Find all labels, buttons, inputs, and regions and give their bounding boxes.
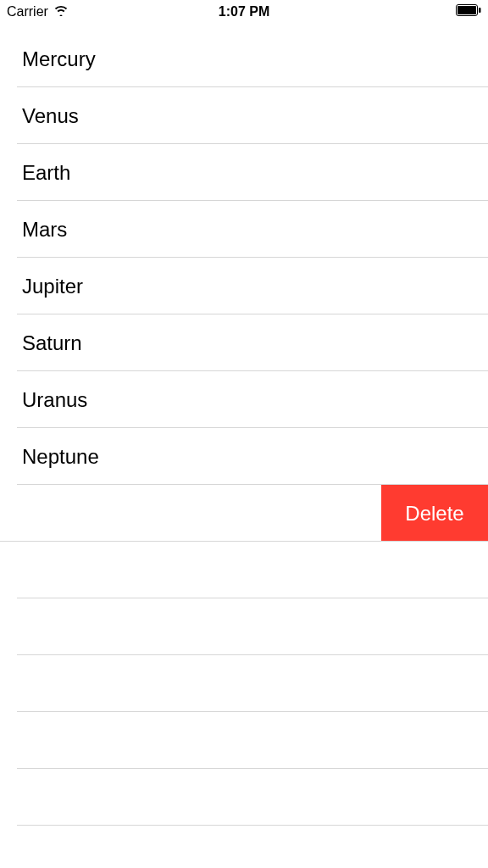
list-item-label: Earth bbox=[22, 161, 70, 185]
list-item-label: Jupiter bbox=[22, 275, 83, 298]
list-item[interactable]: Mars bbox=[0, 201, 488, 258]
list-item-empty[interactable] bbox=[0, 598, 488, 655]
list-item-empty[interactable] bbox=[0, 655, 488, 712]
list-item[interactable]: Mercury bbox=[0, 31, 488, 87]
status-left: Carrier bbox=[7, 4, 69, 19]
battery-icon bbox=[456, 4, 481, 19]
list-item-label: Mercury bbox=[22, 47, 96, 71]
table-view[interactable]: Mercury Venus Earth Mars Jupiter Saturn … bbox=[0, 31, 488, 826]
list-item-empty[interactable] bbox=[0, 769, 488, 826]
list-item[interactable]: Venus bbox=[0, 87, 488, 144]
list-item-label: Venus bbox=[22, 104, 79, 128]
delete-button[interactable]: Delete bbox=[381, 485, 488, 542]
list-item-label: Uranus bbox=[22, 388, 87, 412]
list-item[interactable]: Earth bbox=[0, 144, 488, 201]
status-bar: Carrier 1:07 PM bbox=[0, 0, 488, 24]
carrier-label: Carrier bbox=[7, 4, 48, 19]
list-item-label: Saturn bbox=[22, 331, 82, 355]
list-item[interactable]: Neptune bbox=[0, 428, 488, 485]
list-item-empty[interactable] bbox=[0, 712, 488, 769]
list-item[interactable]: Saturn bbox=[0, 314, 488, 371]
list-item-label: Mars bbox=[22, 218, 67, 242]
status-right bbox=[456, 4, 481, 19]
list-item-swiped[interactable]: to! Delete bbox=[0, 485, 488, 542]
svg-rect-1 bbox=[458, 6, 476, 14]
wifi-icon bbox=[53, 4, 69, 19]
list-item-label: Neptune bbox=[22, 445, 99, 469]
svg-rect-2 bbox=[479, 8, 481, 13]
list-item[interactable]: Uranus bbox=[0, 371, 488, 428]
status-time: 1:07 PM bbox=[219, 4, 269, 19]
delete-button-label: Delete bbox=[405, 502, 463, 526]
separator bbox=[17, 825, 488, 826]
list-item[interactable]: Jupiter bbox=[0, 258, 488, 314]
list-item-empty[interactable] bbox=[0, 542, 488, 598]
